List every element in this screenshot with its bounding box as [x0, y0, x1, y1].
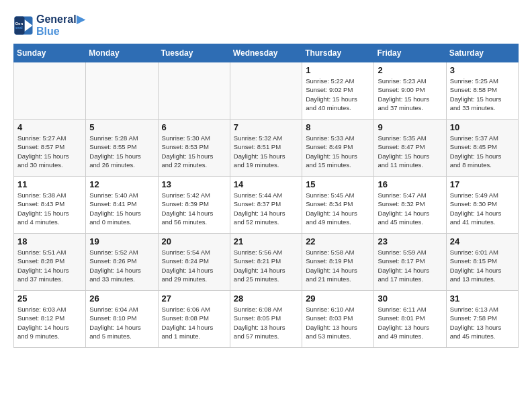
day-number: 13: [162, 179, 226, 189]
day-info: Sunrise: 5:59 AM Sunset: 8:17 PM Dayligh…: [378, 248, 442, 283]
calendar-cell: 23Sunrise: 5:59 AM Sunset: 8:17 PM Dayli…: [374, 234, 446, 291]
calendar-cell: [86, 62, 158, 120]
day-info: Sunrise: 5:49 AM Sunset: 8:30 PM Dayligh…: [450, 191, 515, 226]
calendar-cell: 31Sunrise: 6:13 AM Sunset: 7:58 PM Dayli…: [446, 291, 518, 348]
weekday-header-sunday: Sunday: [14, 44, 86, 62]
day-info: Sunrise: 5:52 AM Sunset: 8:26 PM Dayligh…: [89, 248, 154, 283]
weekday-header-wednesday: Wednesday: [230, 44, 302, 62]
calendar-cell: 11Sunrise: 5:38 AM Sunset: 8:43 PM Dayli…: [14, 177, 86, 234]
day-number: 7: [234, 122, 298, 132]
calendar-cell: [158, 62, 230, 120]
weekday-header-thursday: Thursday: [302, 44, 374, 62]
day-number: 23: [378, 236, 442, 246]
day-info: Sunrise: 5:25 AM Sunset: 8:58 PM Dayligh…: [450, 77, 515, 112]
day-info: Sunrise: 6:13 AM Sunset: 7:58 PM Dayligh…: [450, 305, 515, 340]
day-number: 17: [450, 179, 515, 189]
day-number: 16: [378, 179, 442, 189]
day-info: Sunrise: 5:22 AM Sunset: 9:02 PM Dayligh…: [306, 77, 370, 112]
calendar-cell: 18Sunrise: 5:51 AM Sunset: 8:28 PM Dayli…: [14, 234, 86, 291]
calendar-cell: 2Sunrise: 5:23 AM Sunset: 9:00 PM Daylig…: [374, 62, 446, 120]
svg-text:eral: eral: [15, 26, 23, 30]
weekday-header-friday: Friday: [374, 44, 446, 62]
calendar-cell: 21Sunrise: 5:56 AM Sunset: 8:21 PM Dayli…: [230, 234, 302, 291]
calendar-cell: [230, 62, 302, 120]
weekday-header-saturday: Saturday: [446, 44, 518, 62]
day-info: Sunrise: 5:23 AM Sunset: 9:00 PM Dayligh…: [378, 77, 442, 112]
day-info: Sunrise: 5:37 AM Sunset: 8:45 PM Dayligh…: [450, 134, 515, 169]
calendar-cell: 5Sunrise: 5:28 AM Sunset: 8:55 PM Daylig…: [86, 120, 158, 177]
calendar-cell: 26Sunrise: 6:04 AM Sunset: 8:10 PM Dayli…: [86, 291, 158, 348]
weekday-header-row: SundayMondayTuesdayWednesdayThursdayFrid…: [14, 44, 519, 62]
day-info: Sunrise: 6:10 AM Sunset: 8:03 PM Dayligh…: [306, 305, 370, 340]
calendar-cell: 28Sunrise: 6:08 AM Sunset: 8:05 PM Dayli…: [230, 291, 302, 348]
day-number: 19: [89, 236, 154, 246]
calendar-cell: 16Sunrise: 5:47 AM Sunset: 8:32 PM Dayli…: [374, 177, 446, 234]
day-info: Sunrise: 5:30 AM Sunset: 8:53 PM Dayligh…: [162, 134, 226, 169]
calendar-cell: 17Sunrise: 5:49 AM Sunset: 8:30 PM Dayli…: [446, 177, 518, 234]
calendar-cell: 4Sunrise: 5:27 AM Sunset: 8:57 PM Daylig…: [14, 120, 86, 177]
day-info: Sunrise: 6:06 AM Sunset: 8:08 PM Dayligh…: [162, 305, 226, 340]
day-number: 15: [306, 179, 370, 189]
day-info: Sunrise: 6:03 AM Sunset: 8:12 PM Dayligh…: [17, 305, 82, 340]
calendar-week-1: 1Sunrise: 5:22 AM Sunset: 9:02 PM Daylig…: [14, 62, 519, 120]
day-number: 22: [306, 236, 370, 246]
day-number: 2: [378, 65, 442, 75]
day-info: Sunrise: 5:44 AM Sunset: 8:37 PM Dayligh…: [234, 191, 298, 226]
day-number: 9: [378, 122, 442, 132]
day-number: 6: [162, 122, 226, 132]
day-number: 28: [234, 293, 298, 304]
day-number: 1: [306, 65, 370, 75]
logo-icon: Gen eral: [13, 15, 34, 36]
calendar-cell: 20Sunrise: 5:54 AM Sunset: 8:24 PM Dayli…: [158, 234, 230, 291]
day-number: 10: [450, 122, 515, 132]
day-info: Sunrise: 5:32 AM Sunset: 8:51 PM Dayligh…: [234, 134, 298, 169]
calendar-cell: 12Sunrise: 5:40 AM Sunset: 8:41 PM Dayli…: [86, 177, 158, 234]
day-info: Sunrise: 5:45 AM Sunset: 8:34 PM Dayligh…: [306, 191, 370, 226]
day-number: 18: [17, 236, 82, 246]
day-number: 27: [162, 293, 226, 304]
calendar-cell: 9Sunrise: 5:35 AM Sunset: 8:47 PM Daylig…: [374, 120, 446, 177]
calendar-week-2: 4Sunrise: 5:27 AM Sunset: 8:57 PM Daylig…: [14, 120, 519, 177]
day-number: 5: [89, 122, 154, 132]
calendar-cell: 7Sunrise: 5:32 AM Sunset: 8:51 PM Daylig…: [230, 120, 302, 177]
day-number: 24: [450, 236, 515, 246]
weekday-header-tuesday: Tuesday: [158, 44, 230, 62]
calendar-cell: 15Sunrise: 5:45 AM Sunset: 8:34 PM Dayli…: [302, 177, 374, 234]
calendar-cell: 6Sunrise: 5:30 AM Sunset: 8:53 PM Daylig…: [158, 120, 230, 177]
calendar-week-4: 18Sunrise: 5:51 AM Sunset: 8:28 PM Dayli…: [14, 234, 519, 291]
weekday-header-monday: Monday: [86, 44, 158, 62]
calendar-cell: [14, 62, 86, 120]
calendar-cell: 10Sunrise: 5:37 AM Sunset: 8:45 PM Dayli…: [446, 120, 518, 177]
day-info: Sunrise: 5:33 AM Sunset: 8:49 PM Dayligh…: [306, 134, 370, 169]
calendar-cell: 19Sunrise: 5:52 AM Sunset: 8:26 PM Dayli…: [86, 234, 158, 291]
logo-text: General▶: [36, 13, 85, 26]
day-number: 20: [162, 236, 226, 246]
day-number: 26: [89, 293, 154, 304]
day-info: Sunrise: 6:01 AM Sunset: 8:15 PM Dayligh…: [450, 248, 515, 283]
calendar-cell: 24Sunrise: 6:01 AM Sunset: 8:15 PM Dayli…: [446, 234, 518, 291]
calendar-cell: 1Sunrise: 5:22 AM Sunset: 9:02 PM Daylig…: [302, 62, 374, 120]
day-number: 29: [306, 293, 370, 304]
calendar-week-3: 11Sunrise: 5:38 AM Sunset: 8:43 PM Dayli…: [14, 177, 519, 234]
svg-text:Gen: Gen: [15, 21, 23, 25]
calendar-cell: 29Sunrise: 6:10 AM Sunset: 8:03 PM Dayli…: [302, 291, 374, 348]
day-number: 8: [306, 122, 370, 132]
day-info: Sunrise: 6:11 AM Sunset: 8:01 PM Dayligh…: [378, 305, 442, 340]
day-info: Sunrise: 6:04 AM Sunset: 8:10 PM Dayligh…: [89, 305, 154, 340]
logo-subtext: Blue: [36, 26, 85, 38]
day-number: 4: [17, 122, 82, 132]
calendar-cell: 3Sunrise: 5:25 AM Sunset: 8:58 PM Daylig…: [446, 62, 518, 120]
day-info: Sunrise: 5:58 AM Sunset: 8:19 PM Dayligh…: [306, 248, 370, 283]
day-info: Sunrise: 5:28 AM Sunset: 8:55 PM Dayligh…: [89, 134, 154, 169]
calendar-week-5: 25Sunrise: 6:03 AM Sunset: 8:12 PM Dayli…: [14, 291, 519, 348]
calendar-cell: 27Sunrise: 6:06 AM Sunset: 8:08 PM Dayli…: [158, 291, 230, 348]
day-number: 14: [234, 179, 298, 189]
day-info: Sunrise: 5:27 AM Sunset: 8:57 PM Dayligh…: [17, 134, 82, 169]
day-info: Sunrise: 5:56 AM Sunset: 8:21 PM Dayligh…: [234, 248, 298, 283]
day-number: 25: [17, 293, 82, 304]
day-number: 12: [89, 179, 154, 189]
logo: Gen eral General▶ Blue: [13, 13, 85, 37]
day-info: Sunrise: 5:51 AM Sunset: 8:28 PM Dayligh…: [17, 248, 82, 283]
calendar-cell: 14Sunrise: 5:44 AM Sunset: 8:37 PM Dayli…: [230, 177, 302, 234]
day-number: 21: [234, 236, 298, 246]
